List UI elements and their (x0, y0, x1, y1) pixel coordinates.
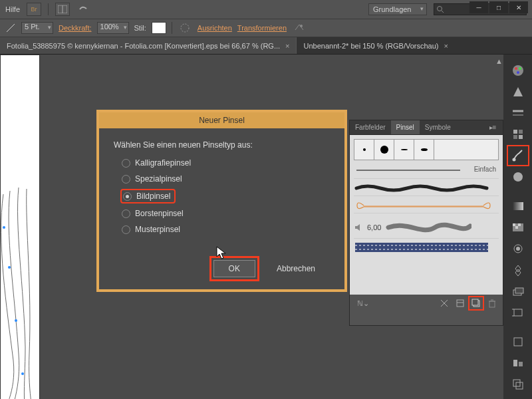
close-icon[interactable]: × (285, 42, 289, 50)
pathfinder-icon[interactable] (508, 375, 528, 394)
artboard (0, 55, 40, 399)
radio-scatter[interactable]: Spezialpinsel (114, 171, 330, 187)
doc-tab-2[interactable]: Unbenannt-2* bei 150 % (RGB/Vorschau) × (296, 37, 454, 54)
doc-tab-1[interactable]: Fotolia_53885975 © kennykiernan - Fotoli… (0, 37, 296, 54)
svg-rect-22 (519, 135, 523, 139)
dialog-body: Wählen Sie einen neuen Pinseltyp aus: Ka… (99, 128, 344, 249)
svg-point-43 (401, 149, 408, 150)
gradient-icon[interactable] (508, 197, 528, 215)
align-icon[interactable] (508, 354, 528, 372)
bridge-icon[interactable]: Br (27, 3, 41, 16)
artboards-icon[interactable] (508, 303, 528, 322)
brush-tip-4[interactable] (414, 140, 434, 160)
radio-pattern[interactable]: Musterpinsel (114, 221, 330, 237)
guide-icon[interactable] (508, 82, 528, 101)
svg-rect-33 (514, 309, 522, 316)
isolate-icon[interactable] (292, 21, 307, 35)
recolor-icon[interactable] (178, 21, 192, 35)
brush-pattern[interactable] (354, 239, 499, 259)
svg-rect-26 (513, 223, 515, 226)
brush-list[interactable]: Einfach 6,00 (350, 135, 503, 295)
svg-rect-20 (519, 130, 523, 134)
delete-brush-icon[interactable] (485, 297, 499, 309)
svg-rect-40 (516, 382, 523, 389)
brush-ribbon[interactable] (354, 199, 499, 213)
radio-calligraphy[interactable]: Kalligrafiepinsel (114, 155, 330, 171)
stroke-icon[interactable] (508, 104, 528, 122)
radio-art[interactable]: Bildpinsel (114, 187, 330, 205)
svg-rect-52 (457, 300, 464, 307)
arrange-docs-icon[interactable] (55, 3, 70, 16)
brush-tip-3[interactable] (394, 140, 414, 160)
stroke-width-input[interactable]: 5 Pt. (21, 22, 53, 34)
svg-rect-39 (513, 380, 520, 386)
radio-label: Kalligrafiepinsel (135, 158, 191, 168)
opacity-input[interactable]: 100% (97, 22, 129, 34)
radio-label: Borstenpinsel (135, 209, 184, 218)
dialog-title: Neuer Pinsel (99, 112, 344, 128)
svg-point-5 (181, 24, 189, 32)
gpu-icon[interactable] (76, 3, 91, 16)
tab-brushes[interactable]: Pinsel (391, 120, 420, 134)
svg-point-30 (516, 247, 520, 251)
style-label: Stil: (134, 24, 146, 32)
doc-tab-label: Unbenannt-2* bei 150 % (RGB/Vorschau) (303, 42, 438, 50)
brush-size-row[interactable]: 6,00 (354, 216, 499, 239)
brush-rough[interactable] (354, 182, 499, 196)
minimize-button[interactable]: ─ (469, 1, 488, 13)
brush-size-value: 6,00 (367, 223, 381, 231)
svg-point-13 (513, 65, 523, 76)
style-swatch[interactable] (152, 22, 166, 34)
opacity-value: 100% (100, 23, 119, 31)
svg-point-42 (380, 146, 388, 154)
brush-simple-label: Einfach (474, 166, 496, 173)
brush-simple[interactable]: Einfach (354, 164, 499, 179)
svg-rect-19 (513, 130, 517, 134)
panel-menu-icon[interactable]: ▸≡ (483, 120, 503, 134)
svg-rect-56 (489, 301, 495, 307)
brush-tip-5[interactable] (434, 140, 498, 160)
brush-options-icon[interactable] (454, 297, 467, 309)
workspace-dropdown[interactable]: Grundlagen (368, 3, 427, 15)
radio-label: Musterpinsel (135, 225, 180, 234)
ok-button[interactable]: OK (213, 260, 255, 277)
brush-library-icon[interactable]: ℕ⌄ (356, 297, 370, 309)
svg-line-4 (7, 24, 15, 32)
brush-panel-footer: ℕ⌄ (350, 295, 503, 312)
maximize-button[interactable]: □ (489, 1, 508, 13)
close-icon[interactable]: × (444, 42, 448, 50)
layers-icon[interactable] (508, 282, 528, 301)
graphic-styles-icon[interactable] (508, 261, 528, 279)
tab-symbols[interactable]: Symbole (420, 120, 456, 134)
remove-stroke-icon[interactable] (438, 297, 451, 309)
transform-icon[interactable] (508, 332, 528, 351)
document-tabs: Fotolia_53885975 © kennykiernan - Fotoli… (0, 37, 532, 55)
appearance-icon[interactable] (508, 239, 528, 258)
tab-swatches[interactable]: Farbfelder (350, 120, 391, 134)
brushes-icon[interactable] (508, 146, 528, 165)
cancel-button[interactable]: Abbrechen (262, 261, 330, 277)
transform-link[interactable]: Transformieren (237, 24, 287, 32)
color-icon[interactable] (508, 61, 528, 80)
workspace-label: Grundlagen (373, 5, 412, 13)
help-menu[interactable]: Hilfe (5, 5, 20, 13)
symbols-icon[interactable] (508, 168, 528, 186)
menubar: Hilfe Br Grundlagen ─ □ ✕ (0, 0, 532, 19)
svg-point-23 (512, 158, 515, 162)
svg-rect-36 (514, 338, 522, 346)
transparency-icon[interactable] (508, 218, 528, 237)
brush-tip-1[interactable] (354, 140, 374, 160)
svg-rect-55 (472, 299, 478, 305)
new-brush-dialog: Neuer Pinsel Wählen Sie einen neuen Pins… (96, 110, 347, 292)
opacity-label[interactable]: Deckkraft: (59, 24, 92, 32)
line-tool-icon (5, 23, 16, 33)
svg-point-14 (515, 67, 517, 70)
close-button[interactable]: ✕ (509, 1, 528, 13)
svg-point-44 (421, 148, 428, 151)
align-link[interactable]: Ausrichten (198, 24, 232, 32)
radio-bristle[interactable]: Borstenpinsel (114, 205, 330, 221)
brush-tip-2[interactable] (374, 140, 394, 160)
new-brush-button[interactable] (469, 297, 483, 309)
svg-point-16 (517, 71, 519, 74)
swatches-icon[interactable] (508, 125, 528, 144)
